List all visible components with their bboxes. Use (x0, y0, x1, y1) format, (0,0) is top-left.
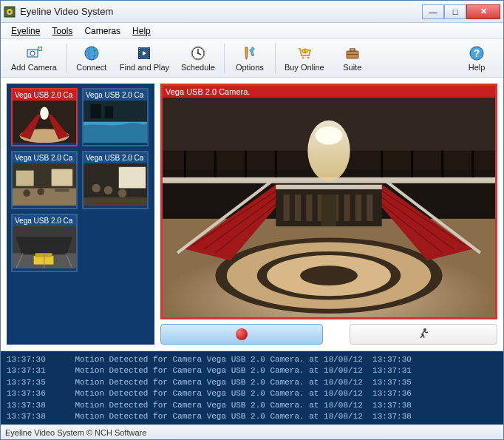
svg-point-45 (37, 188, 44, 195)
thumbnail-title: Vega USB 2.0 Ca (13, 215, 76, 226)
svg-rect-29 (350, 49, 355, 51)
motion-run-button[interactable] (350, 324, 497, 345)
log-row: 13:37:36 Motion Detected for Camera Vega… (7, 388, 497, 399)
event-log[interactable]: 13:37:30 Motion Detected for Camera Vega… (1, 351, 503, 424)
buy-online-label: Buy Online (285, 63, 324, 72)
svg-rect-14 (139, 55, 140, 55)
svg-point-35 (40, 107, 48, 120)
svg-text:?: ? (474, 47, 480, 59)
help-button[interactable]: ? Help (454, 41, 499, 76)
svg-rect-15 (139, 57, 140, 58)
svg-rect-19 (149, 55, 149, 55)
schedule-label: Schedule (181, 63, 215, 72)
globe-icon (84, 45, 100, 61)
log-row: 13:37:38 Motion Detected for Camera Vega… (7, 411, 497, 422)
separator (275, 44, 276, 73)
app-window: Eyeline Video System Eyeline Tools Camer… (0, 0, 504, 440)
add-camera-icon (26, 45, 42, 61)
camera-thumbnail[interactable]: Vega USB 2.0 Ca (11, 88, 78, 146)
connect-label: Connect (76, 63, 106, 72)
svg-rect-30 (347, 54, 358, 55)
svg-rect-91 (295, 194, 301, 221)
toolbar: Add Camera Connect Find and Play Schedul… (1, 39, 503, 78)
help-icon: ? (469, 45, 485, 61)
thumbnail-image (84, 163, 147, 208)
svg-rect-56 (35, 253, 52, 257)
app-icon (4, 6, 16, 18)
window-controls (422, 4, 500, 19)
separator (66, 44, 67, 73)
svg-rect-42 (16, 171, 34, 186)
svg-point-23 (197, 53, 199, 54)
log-row: 13:37:38 Motion Detected for Camera Vega… (7, 400, 497, 411)
svg-rect-18 (149, 53, 149, 53)
content-area: Vega USB 2.0 CaVega USB 2.0 CaVega USB 2… (1, 78, 503, 351)
svg-point-50 (104, 186, 112, 194)
schedule-button[interactable]: Schedule (175, 41, 221, 76)
options-button[interactable]: Options (228, 41, 272, 76)
svg-point-75 (316, 126, 343, 145)
titlebar: Eyeline Video System (1, 1, 503, 23)
film-icon (136, 45, 152, 61)
svg-point-49 (92, 184, 100, 192)
cart-icon: $ (296, 45, 313, 61)
thumbnail-title: Vega USB 2.0 Ca (84, 152, 147, 163)
camera-thumbnail[interactable]: Vega USB 2.0 Ca (82, 151, 149, 209)
svg-point-44 (23, 189, 30, 197)
statusbar: Eyeline Video System © NCH Software (1, 424, 503, 439)
thumbnail-title: Vega USB 2.0 Ca (13, 89, 76, 101)
svg-rect-52 (84, 197, 147, 206)
camera-thumbnail[interactable]: Vega USB 2.0 Ca (11, 151, 78, 209)
svg-rect-39 (105, 106, 113, 118)
svg-rect-17 (149, 50, 149, 51)
add-camera-button[interactable]: Add Camera (5, 41, 63, 76)
camera-thumbnails-panel: Vega USB 2.0 CaVega USB 2.0 CaVega USB 2… (7, 84, 154, 345)
thumbnail-image (13, 163, 76, 208)
menu-help[interactable]: Help (126, 24, 157, 38)
log-row: 13:37:30 Motion Detected for Camera Vega… (7, 354, 497, 365)
svg-text:$: $ (304, 49, 306, 53)
menu-tools[interactable]: Tools (46, 24, 78, 38)
find-and-play-label: Find and Play (120, 63, 169, 72)
suite-label: Suite (343, 63, 361, 72)
clock-icon (190, 45, 206, 61)
svg-rect-98 (321, 194, 336, 226)
svg-rect-48 (119, 167, 146, 189)
log-row: 13:37:35 Motion Detected for Camera Vega… (7, 377, 497, 388)
thumbnail-image (84, 101, 147, 145)
connect-button[interactable]: Connect (69, 41, 114, 76)
preview-image (163, 98, 495, 317)
window-title: Eyeline Video System (20, 6, 422, 17)
status-text: Eyeline Video System © NCH Software (5, 428, 146, 437)
camera-thumbnail[interactable]: Vega USB 2.0 Ca (82, 88, 149, 146)
tools-icon (242, 45, 258, 61)
svg-rect-13 (139, 53, 140, 53)
maximize-button[interactable] (444, 4, 466, 19)
svg-point-4 (30, 51, 35, 55)
svg-point-81 (300, 265, 358, 285)
minimize-button[interactable] (422, 4, 444, 19)
svg-rect-92 (306, 194, 312, 221)
svg-point-25 (307, 56, 309, 58)
thumbnail-image (13, 101, 76, 145)
options-label: Options (236, 63, 264, 72)
svg-rect-97 (367, 194, 372, 221)
thumbnail-title: Vega USB 2.0 Ca (13, 152, 76, 163)
briefcase-icon (344, 45, 361, 61)
svg-rect-89 (276, 185, 381, 189)
menu-eyeline[interactable]: Eyeline (5, 24, 46, 38)
separator (224, 44, 225, 73)
svg-rect-11 (139, 48, 140, 49)
svg-rect-95 (344, 194, 350, 221)
svg-rect-38 (91, 104, 101, 118)
suite-button[interactable]: Suite (330, 41, 375, 76)
close-button[interactable] (466, 4, 500, 19)
camera-thumbnail[interactable]: Vega USB 2.0 Ca (11, 214, 78, 272)
menu-cameras[interactable]: Cameras (78, 24, 126, 38)
svg-point-6 (85, 47, 98, 60)
buy-online-button[interactable]: $ Buy Online (279, 41, 330, 76)
record-button[interactable] (160, 324, 323, 345)
svg-rect-20 (149, 57, 149, 58)
find-and-play-button[interactable]: Find and Play (114, 41, 175, 76)
menubar: Eyeline Tools Cameras Help (1, 23, 503, 39)
